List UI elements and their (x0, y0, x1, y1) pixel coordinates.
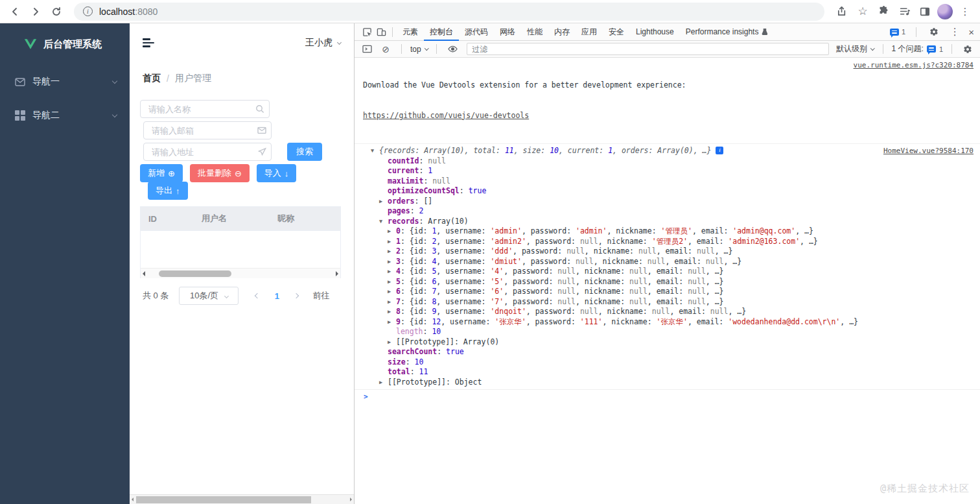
vue-devtools-link[interactable]: https://github.com/vuejs/vue-devtools (363, 111, 686, 121)
address-field[interactable] (143, 143, 272, 161)
devtools-tab[interactable]: 安全 (603, 23, 630, 41)
breadcrumb-home[interactable]: 首页 (143, 73, 161, 84)
breadcrumb: 首页 / 用户管理 (143, 73, 354, 84)
expand-arrow-icon[interactable]: ▶ (388, 267, 396, 277)
console-sidebar-icon[interactable] (360, 43, 374, 56)
expand-arrow-icon[interactable]: ▶ (379, 197, 388, 207)
name-field[interactable] (140, 100, 270, 118)
scroll-left-arrow-icon[interactable] (143, 271, 145, 276)
side-panel-icon[interactable] (916, 3, 933, 20)
eye-icon[interactable] (445, 43, 460, 56)
collapse-menu-icon[interactable] (143, 38, 154, 47)
console-log-row: searchCount: true (355, 347, 974, 357)
devtools-tab[interactable]: 性能 (521, 23, 548, 41)
next-page-button[interactable] (294, 294, 298, 298)
devtools-tab[interactable]: 内存 (548, 23, 576, 41)
extensions-puzzle-icon[interactable] (875, 3, 892, 20)
expand-arrow-icon[interactable]: ▶ (388, 337, 396, 348)
console-filter-input[interactable] (467, 43, 829, 55)
email-field[interactable] (143, 121, 272, 139)
page-horizontal-scrollbar[interactable] (130, 494, 354, 504)
scrollbar-thumb[interactable] (136, 496, 311, 503)
expand-arrow-icon[interactable]: ▶ (388, 237, 396, 247)
sidebar-item-nav2[interactable]: 导航二 (0, 99, 130, 132)
devtools-close-icon[interactable]: × (968, 27, 974, 38)
device-toolbar-icon[interactable] (374, 25, 388, 38)
current-page[interactable]: 1 (266, 291, 288, 301)
devtools-tab[interactable]: 网络 (494, 23, 521, 41)
expand-arrow-icon[interactable]: ▶ (379, 378, 388, 388)
source-link[interactable]: vue.runtime.esm.js?c320:8784 (845, 60, 974, 71)
devtools-menu-icon[interactable]: ⋮ (948, 25, 962, 38)
devtools-settings-icon[interactable] (927, 25, 941, 38)
scroll-left-arrow-icon[interactable] (132, 498, 134, 501)
search-button[interactable]: 搜索 (287, 143, 322, 161)
console-log-row: pages: 2 (355, 206, 974, 217)
expand-arrow-icon[interactable]: ▶ (388, 246, 396, 257)
extension-list-icon[interactable] (896, 3, 913, 20)
devtools-tab[interactable]: 元素 (397, 23, 424, 41)
user-menu[interactable]: 王小虎 (305, 37, 341, 49)
address-input[interactable] (144, 143, 271, 160)
forward-icon[interactable] (27, 3, 44, 20)
table-horizontal-scrollbar[interactable] (141, 268, 340, 278)
vue-logo-icon (23, 38, 38, 51)
export-button[interactable]: 导出↑ (148, 182, 188, 200)
context-selector[interactable]: top (410, 45, 428, 54)
console-log-row: ▶4: {id: 5, username: '4', password: nul… (355, 267, 974, 277)
devtools-tab[interactable]: Lighthouse (630, 23, 680, 41)
scroll-right-arrow-icon[interactable] (336, 271, 338, 276)
expand-arrow-icon[interactable]: ▶ (388, 317, 396, 328)
expand-arrow-icon[interactable]: ▶ (388, 226, 396, 237)
url-port: :8080 (135, 6, 158, 17)
expand-arrow-icon[interactable]: ▼ (371, 146, 379, 156)
site-info-icon[interactable]: i (83, 6, 93, 16)
devtools-tab[interactable]: 控制台 (424, 23, 459, 41)
console-log-row: countId: null (355, 156, 974, 167)
sidebar-item-nav1[interactable]: 导航一 (0, 65, 130, 99)
console-message-vue-devtools: Download the Vue Devtools extension for … (355, 58, 980, 144)
clear-console-icon[interactable]: ⊘ (379, 43, 393, 56)
scrollbar-thumb[interactable] (159, 270, 231, 277)
add-button[interactable]: 新增⊕ (140, 164, 183, 182)
address-bar[interactable]: i localhost:8080 (74, 3, 824, 21)
console-log-row: total: 11 (355, 367, 974, 378)
issues-badge[interactable]: 1 个问题: 1 (892, 43, 943, 54)
devtools-tab[interactable]: Performance insights (680, 23, 774, 41)
console-log-row: size: 10 (355, 357, 974, 368)
log-level-selector[interactable]: 默认级别 (836, 43, 874, 54)
page-size-select[interactable]: 10条/页 (179, 287, 239, 305)
expand-arrow-icon[interactable]: ▶ (388, 297, 396, 307)
info-icon[interactable]: i (716, 147, 723, 154)
bookmark-star-icon[interactable]: ☆ (854, 3, 871, 20)
expand-arrow-icon[interactable]: ▶ (388, 277, 396, 287)
back-icon[interactable] (6, 3, 23, 20)
devtools-tab[interactable]: 源代码 (459, 23, 494, 41)
inspect-element-icon[interactable] (360, 25, 374, 38)
scroll-right-arrow-icon[interactable] (350, 498, 352, 501)
source-link[interactable]: HomeView.vue?9584:170 (874, 146, 974, 156)
email-input[interactable] (144, 122, 271, 139)
table-body-empty (141, 230, 340, 268)
console-log-row: ▶[[Prototype]]: Object (355, 378, 974, 388)
import-button[interactable]: 导入↓ (257, 164, 297, 182)
profile-avatar[interactable] (937, 4, 953, 19)
console-prompt[interactable]: > (355, 389, 980, 403)
console-log-row: ▶6: {id: 7, username: '6', password: nul… (355, 287, 974, 297)
browser-menu-icon[interactable]: ⋮ (957, 3, 974, 20)
sidebar-item-label: 导航一 (32, 76, 113, 88)
expand-arrow-icon[interactable]: ▼ (379, 217, 388, 227)
batch-delete-button[interactable]: 批量删除⊖ (190, 164, 250, 182)
expand-arrow-icon[interactable]: ▶ (388, 287, 396, 297)
share-icon[interactable] (834, 3, 850, 20)
circle-plus-icon: ⊕ (168, 169, 175, 178)
prev-page-button[interactable] (255, 294, 259, 298)
devtools-tab[interactable]: 应用 (576, 23, 603, 41)
expand-arrow-icon[interactable]: ▶ (388, 257, 396, 267)
console-messages-badge[interactable]: 1 (890, 28, 905, 36)
reload-icon[interactable] (48, 3, 65, 20)
expand-arrow-icon[interactable]: ▶ (388, 307, 396, 317)
console-settings-icon[interactable] (961, 43, 975, 56)
name-input[interactable] (141, 101, 269, 117)
chevron-down-icon (337, 40, 342, 44)
